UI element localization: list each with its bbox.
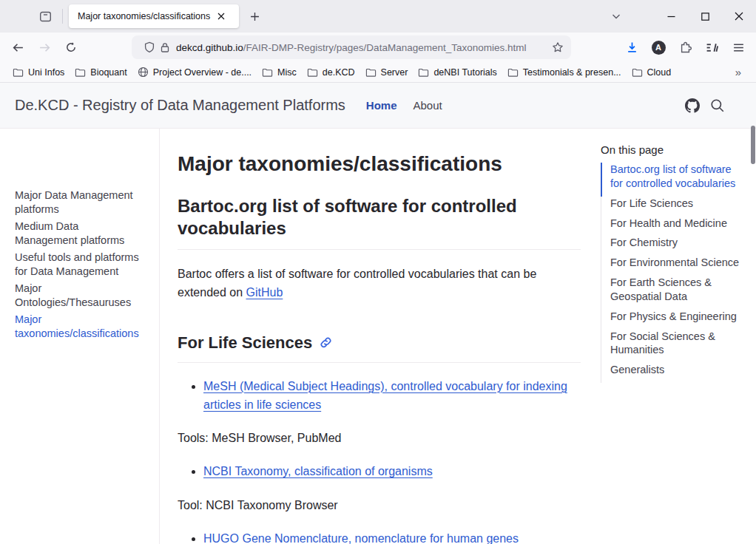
sidebar-item-taxonomies[interactable]: Major taxonomies/classifications [15,313,143,340]
toc-link-physics-engineering[interactable]: For Physics & Engineering [610,310,743,324]
toc-link-chemistry[interactable]: For Chemistry [610,236,743,250]
minimize-icon [667,13,675,21]
bookmark-item[interactable]: Project Overview - de.... [132,64,257,80]
bookmark-label: Server [381,67,408,78]
list-item: HUGO Gene Nomenclature, nomenclature for… [203,530,581,544]
github-text-link[interactable]: GitHub [246,286,283,299]
page-content: De.KCD - Registry of Data Management Pla… [0,83,756,544]
sidebar-item-major-dm-platforms[interactable]: Major Data Management platforms [15,188,143,216]
bookmark-folder[interactable]: Server [360,65,414,80]
sidebar-item-useful-tools[interactable]: Useful tools and platforms for Data Mana… [15,251,143,278]
account-button[interactable]: A [647,35,670,59]
toolbar-right-icons: A [620,35,750,59]
hugo-link[interactable]: HUGO Gene Nomenclature, nomenclature for… [203,532,519,544]
extensions-button[interactable] [673,35,697,59]
url-domain: dekcd.github.io [176,42,243,53]
chevron-down-icon [611,11,621,21]
bullet-list: MeSH (Medical Subject Headings), control… [178,378,581,415]
tab-bar: Major taxonomies/classifications – De.KC… [0,0,756,33]
list-all-tabs-button[interactable] [605,5,627,27]
toc-item: For Health and Medicine [601,217,743,237]
tools-note: Tools: MeSH Browser, PubMed [178,429,581,448]
tracking-shield-button[interactable] [144,41,155,53]
page-scrollbar[interactable] [751,126,755,164]
url-path: /FAIR-DMP-Registry/pages/DataManagement_… [243,42,527,53]
reload-button[interactable] [59,35,83,59]
folder-icon [418,67,429,78]
back-button[interactable] [6,35,30,59]
download-icon [626,41,638,54]
toc-link-life-sciences[interactable]: For Life Sciences [610,197,743,211]
site-security-button[interactable] [160,42,170,53]
search-icon [710,98,725,113]
sidebar-item-medium-dm-platforms[interactable]: Medium Data Management platforms [15,220,143,247]
mesh-link[interactable]: MeSH (Medical Subject Headings), control… [203,380,567,411]
nav-link-about[interactable]: About [414,99,442,112]
bookmark-label: Uni Infos [28,67,64,78]
bookmark-label: Project Overview - de.... [153,67,252,78]
bookmark-folder[interactable]: de.KCD [302,65,360,80]
github-link[interactable] [685,98,700,113]
section-title: For Life Sciences [178,333,312,353]
toc-link-earth-sciences[interactable]: For Earth Sciences & Geospatial Data [610,276,743,304]
close-icon [217,13,225,20]
folder-icon [632,67,643,78]
toc-link-environmental[interactable]: For Environmental Science [610,256,743,270]
main-content: Major taxonomies/classifications Bartoc.… [178,129,581,544]
tab-title: Major taxonomies/classifications – De.KC… [78,11,212,21]
bookmark-label: Cloud [647,67,672,78]
tab-divider [62,9,63,24]
toc-item: For Social Sciences & Humanities [601,330,743,364]
sidebar-item-ontologies[interactable]: Major Ontologies/Thesauruses [15,282,143,309]
divider [178,362,581,363]
bookmark-page-button[interactable] [552,41,564,53]
forward-button[interactable] [33,35,56,59]
extension-lines-button[interactable] [700,35,723,59]
page-title: Major taxonomies/classifications [178,152,581,176]
toc-item: For Earth Sciences & Geospatial Data [601,276,743,310]
bullet-list: NCBI Taxonomy, classification of organis… [178,463,581,481]
toc-link-health-medicine[interactable]: For Health and Medicine [610,217,743,231]
toc-link-generalists[interactable]: Generalists [610,363,743,377]
toc-item: For Life Sciences [601,197,743,217]
folder-icon [507,67,519,78]
close-window-button[interactable] [722,0,756,33]
window-controls [654,0,756,33]
bookmark-folder[interactable]: deNBI Tutorials [413,65,502,80]
bookmarks-overflow-button[interactable]: » [728,66,749,78]
anchor-link-icon[interactable] [320,336,332,349]
site-header: De.KCD - Registry of Data Management Pla… [0,83,756,129]
bookmark-folder[interactable]: Uni Infos [7,65,70,80]
search-button[interactable] [710,98,725,113]
bookmark-label: de.KCD [323,67,355,78]
maximize-button[interactable] [688,0,722,33]
section-heading-bartoc: Bartoc.org list of software for controll… [178,195,581,239]
app-menu-button[interactable] [726,35,750,59]
bookmark-label: Misc [277,67,297,78]
site-title[interactable]: De.KCD - Registry of Data Management Pla… [15,97,345,114]
downloads-button[interactable] [620,35,644,59]
bookmark-folder[interactable]: Bioquant [70,65,132,80]
section-heading-life-sciences: For Life Sciences [178,333,581,353]
new-tab-button[interactable] [243,5,266,27]
nav-link-home[interactable]: Home [366,99,397,112]
browser-tab[interactable]: Major taxonomies/classifications – De.KC… [69,4,239,28]
list-item: MeSH (Medical Subject Headings), control… [203,378,581,415]
bookmark-folder[interactable]: Testimonials & presen... [502,65,627,80]
folder-icon [75,67,86,78]
lock-icon [160,42,170,53]
firefox-view-button[interactable] [33,5,58,27]
toc-link-social-sciences[interactable]: For Social Sciences & Humanities [610,330,743,358]
minimize-button[interactable] [654,0,688,33]
ncbi-link[interactable]: NCBI Taxonomy, classification of organis… [203,465,433,477]
folder-icon [13,67,24,78]
bookmark-folder[interactable]: Cloud [627,65,677,80]
account-avatar: A [652,41,666,55]
bookmark-folder[interactable]: Misc [257,65,302,80]
intro-text: Bartoc offers a list of software for con… [178,268,536,299]
close-icon [735,12,743,21]
tab-close-button[interactable] [214,9,229,24]
github-icon [685,98,700,113]
toc-link-bartoc[interactable]: Bartoc.org list of software for controll… [610,163,743,191]
url-bar[interactable]: dekcd.github.io/FAIR-DMP-Registry/pages/… [132,35,571,59]
